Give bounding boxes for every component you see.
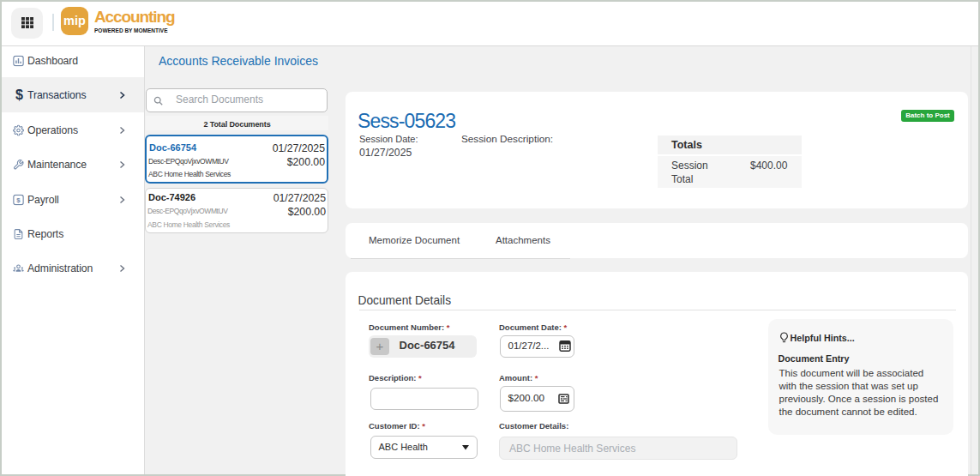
svg-text:$: $ <box>16 196 21 204</box>
